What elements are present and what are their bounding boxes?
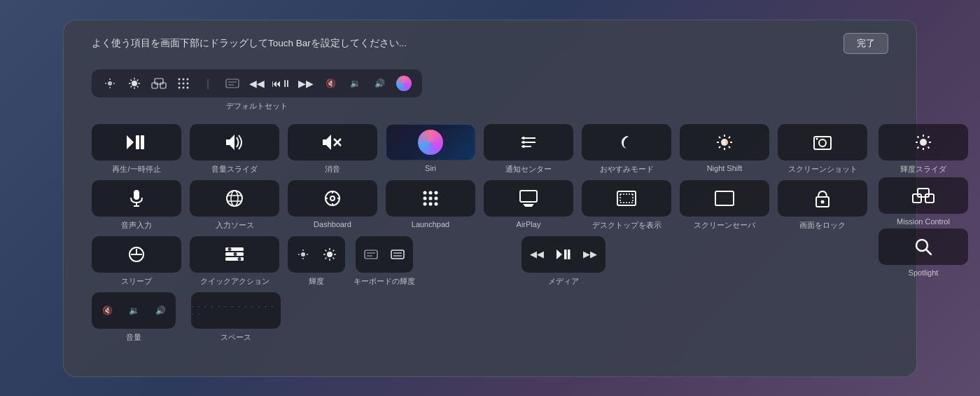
group-volume-label: 音量 — [126, 332, 141, 343]
svg-point-100 — [327, 252, 332, 257]
svg-line-13 — [131, 86, 132, 87]
svg-point-118 — [920, 139, 927, 146]
item-volume-slider-label: 音量スライダ — [211, 164, 258, 175]
item-screensaver[interactable]: スクリーンセーバ — [680, 180, 769, 231]
svg-point-62 — [330, 196, 335, 200]
svg-line-49 — [729, 137, 730, 138]
item-airplay[interactable]: AirPlay — [484, 180, 573, 228]
svg-line-125 — [928, 136, 930, 137]
tb-mute[interactable]: 🔇 — [319, 74, 342, 93]
touchbar-customization-panel: よく使う項目を画面下部にドラッグしてTouch Barを設定してください... … — [63, 20, 917, 377]
group-keyboard-brightness-label: キーボードの輝度 — [354, 276, 415, 287]
svg-line-126 — [918, 146, 919, 148]
svg-rect-26 — [226, 79, 239, 88]
svg-rect-54 — [134, 190, 139, 200]
item-play-pause-label: 再生/一時停止 — [112, 164, 160, 175]
group-brightness[interactable]: 輝度 — [288, 236, 345, 287]
group-media[interactable]: ◀◀ ▶▶ メディア — [522, 236, 606, 287]
tb-rewind[interactable]: ◀◀ — [246, 74, 268, 93]
item-volume-slider[interactable]: 音量スライダ — [190, 124, 279, 175]
svg-point-73 — [424, 202, 427, 205]
item-show-desktop-label: デスクトップを表示 — [592, 220, 662, 231]
right-column: 輝度スライダ Mission Control — [878, 124, 968, 346]
item-sleep[interactable]: スリープ — [92, 236, 181, 287]
group-media-label: メディア — [548, 276, 579, 287]
svg-point-39 — [522, 137, 525, 139]
item-brightness-slider-label: 輝度スライダ — [900, 164, 946, 175]
done-button[interactable]: 完了 — [844, 33, 888, 54]
svg-point-57 — [227, 191, 242, 206]
svg-rect-16 — [155, 78, 163, 84]
item-screensaver-label: スクリーンセーバ — [694, 220, 755, 231]
item-input-source[interactable]: 入力ソース — [190, 180, 279, 231]
svg-point-71 — [429, 196, 433, 200]
space-item[interactable]: · · · · · · · · · · · · · · · スペース — [191, 292, 281, 343]
item-brightness-slider[interactable]: 輝度スライダ — [878, 124, 968, 175]
item-show-desktop[interactable]: デスクトップを表示 — [582, 180, 671, 231]
tb-kbd-bright-down[interactable] — [221, 74, 244, 93]
item-quick-actions-label: クイックアクション — [200, 276, 270, 287]
item-screenshot[interactable]: スクリーンショット — [778, 124, 867, 175]
svg-line-106 — [333, 257, 335, 259]
item-night-shift[interactable]: Night Shift — [680, 124, 769, 172]
svg-rect-129 — [918, 189, 929, 197]
item-quick-actions[interactable]: クイックアクション — [190, 236, 279, 287]
svg-line-105 — [326, 250, 327, 251]
item-mission-control[interactable]: Mission Control — [878, 177, 968, 226]
svg-rect-30 — [136, 135, 139, 149]
item-night-shift-label: Night Shift — [707, 164, 743, 172]
group-volume[interactable]: 🔇 🔉 🔊 音量 — [92, 292, 176, 343]
svg-point-94 — [238, 257, 241, 261]
group-brightness-label: 輝度 — [309, 276, 324, 287]
svg-point-70 — [424, 196, 427, 200]
item-lock-screen[interactable]: 画面をロック — [778, 180, 867, 231]
group-keyboard-brightness[interactable]: キーボードの輝度 — [354, 236, 415, 287]
group-media-rewind: ◀◀ — [524, 240, 550, 268]
svg-point-40 — [522, 141, 525, 144]
svg-line-107 — [333, 250, 335, 251]
tb-vol-up[interactable]: 🔊 — [368, 74, 391, 93]
svg-rect-31 — [141, 135, 144, 149]
svg-line-10 — [131, 79, 132, 81]
item-spotlight-label: Spotlight — [909, 268, 939, 277]
item-mission-control-label: Mission Control — [897, 217, 950, 226]
svg-point-41 — [522, 145, 525, 148]
items-container: 再生/一時停止 音量スライダ — [92, 124, 888, 346]
tb-playpause[interactable]: ⏮⏸ — [270, 74, 293, 93]
svg-rect-83 — [715, 191, 734, 205]
tb-siri[interactable] — [393, 74, 415, 93]
svg-line-50 — [719, 146, 720, 148]
item-launchpad[interactable]: Launchpad — [386, 180, 475, 228]
svg-line-12 — [137, 79, 139, 81]
group-kbd-bright-down-icon — [358, 240, 384, 268]
svg-line-123 — [918, 136, 919, 137]
tb-brightness-down[interactable] — [99, 74, 121, 93]
svg-marker-33 — [323, 135, 331, 150]
item-lock-screen-label: 画面をロック — [799, 220, 846, 231]
item-do-not-disturb[interactable]: おやすみモード — [582, 124, 671, 175]
item-dashboard[interactable]: Dashboard — [288, 180, 377, 228]
item-spotlight[interactable]: Spotlight — [878, 228, 968, 277]
svg-point-25 — [187, 86, 189, 88]
svg-line-131 — [926, 250, 931, 254]
group-vol-up-icon: 🔊 — [148, 296, 173, 325]
tb-launchpad[interactable] — [172, 74, 195, 93]
svg-marker-115 — [556, 250, 562, 259]
item-voice-input[interactable]: 音声入力 — [92, 180, 181, 231]
svg-point-52 — [819, 139, 826, 146]
svg-point-68 — [429, 191, 433, 194]
svg-rect-76 — [520, 191, 537, 202]
tb-vol-down[interactable]: 🔉 — [344, 74, 366, 93]
tb-brightness-up[interactable] — [123, 74, 146, 93]
tb-mission-control[interactable] — [148, 74, 170, 93]
item-airplay-label: AirPlay — [517, 220, 541, 228]
item-siri[interactable]: Siri — [386, 124, 475, 172]
tb-fastforward[interactable]: ▶▶ — [295, 74, 317, 93]
items-row-4: 🔇 🔉 🔊 音量 · · · · · · · · · · · · · · · ス… — [92, 292, 867, 343]
item-notification-center[interactable]: 通知センター — [484, 124, 573, 175]
svg-point-67 — [424, 191, 427, 194]
svg-point-0 — [108, 81, 112, 86]
item-play-pause[interactable]: 再生/一時停止 — [92, 124, 181, 175]
items-row-1: 再生/一時停止 音量スライダ — [92, 124, 867, 175]
item-mute[interactable]: 消音 — [288, 124, 377, 175]
